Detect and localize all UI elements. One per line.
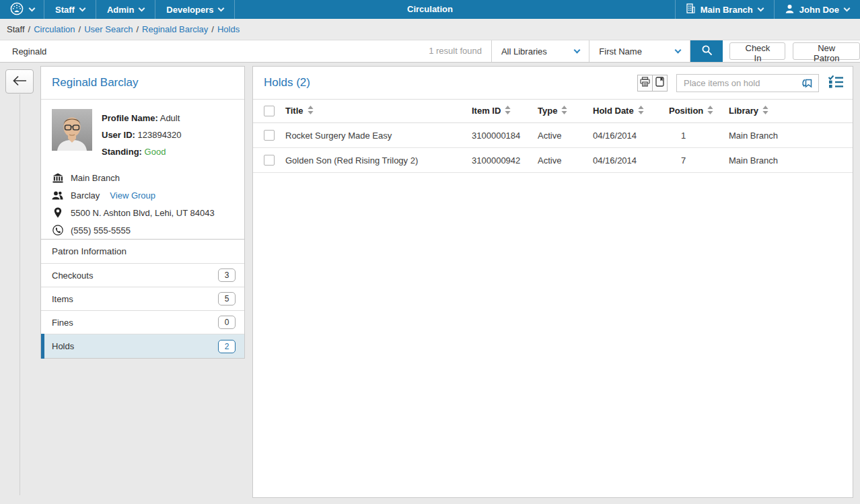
patron-information-panel: Patron Information Checkouts 3 Items 5 F… [40, 239, 245, 359]
column-settings-button[interactable] [828, 75, 844, 91]
sort-icon [561, 106, 567, 116]
place-hold-icon[interactable] [801, 77, 814, 92]
sidebar-item-items[interactable]: Items 5 [41, 287, 244, 311]
column-header-title[interactable]: Title [280, 100, 466, 123]
menu-staff-label: Staff [55, 5, 75, 15]
cell-item-id: 3100000942 [466, 148, 532, 173]
book-report-button[interactable] [652, 75, 668, 92]
breadcrumb-circulation[interactable]: Circulation [34, 24, 75, 34]
printer-icon [640, 77, 650, 89]
search-field-value: First Name [599, 46, 642, 57]
user-menu[interactable]: John Doe [774, 0, 860, 19]
column-header-hold-date[interactable]: Hold Date [587, 100, 664, 123]
patron-search-input[interactable] [0, 40, 491, 62]
breadcrumb-staff: Staff [7, 24, 25, 34]
sidebar-item-checkouts[interactable]: Checkouts 3 [41, 264, 244, 287]
menu-staff[interactable]: Staff [44, 0, 96, 19]
checkouts-count-badge: 3 [218, 268, 236, 282]
column-header-position[interactable]: Position [664, 100, 723, 123]
menu-developers-label: Developers [166, 5, 213, 15]
chevron-down-icon [79, 5, 85, 11]
home-branch-row: Main Branch [52, 169, 234, 186]
sort-icon [762, 106, 768, 116]
chevron-down-icon [844, 5, 851, 11]
column-header-library[interactable]: Library [723, 100, 853, 123]
standing-label: Standing: [102, 147, 142, 157]
table-row[interactable]: Rocket Surgery Made Easy 3100000184 Acti… [253, 123, 853, 148]
breadcrumb-user-search[interactable]: User Search [84, 24, 133, 34]
fines-label: Fines [52, 318, 73, 328]
arrow-left-icon [12, 75, 27, 88]
rail-divider [20, 94, 20, 495]
patron-card-body: Profile Name: Adult User ID: 123894320 S… [41, 100, 244, 248]
home-branch-value: Main Branch [71, 173, 120, 183]
user-id-label: User ID: [102, 130, 135, 140]
sidebar-item-holds[interactable]: Holds 2 [41, 334, 244, 358]
library-filter-value: All Libraries [501, 46, 547, 57]
sort-icon [308, 106, 314, 116]
patron-contact-info: Main Branch Barclay View Group [52, 169, 234, 239]
patron-information-title: Patron Information [41, 240, 244, 264]
fines-count-badge: 0 [218, 316, 236, 329]
print-button[interactable] [637, 75, 653, 92]
profile-name-value: Adult [160, 113, 180, 123]
back-button[interactable] [5, 69, 34, 94]
row-checkbox[interactable] [264, 155, 275, 166]
search-field-select[interactable]: First Name [589, 40, 690, 62]
sort-icon [707, 106, 713, 116]
patron-details: Profile Name: Adult User ID: 123894320 S… [102, 109, 182, 160]
phone-value: (555) 555-5555 [71, 225, 131, 236]
breadcrumb-patron-name[interactable]: Reginald Barclay [142, 24, 208, 34]
cell-hold-date: 04/16/2014 [587, 148, 664, 173]
patron-photo [52, 109, 92, 151]
view-group-link[interactable]: View Group [110, 190, 155, 201]
cell-title: Rocket Surgery Made Easy [280, 123, 466, 148]
chevron-down-icon [574, 46, 581, 53]
branch-selector[interactable]: Main Branch [675, 0, 774, 19]
row-checkbox[interactable] [264, 130, 275, 141]
library-filter-select[interactable]: All Libraries [492, 40, 589, 62]
place-hold-input-wrap [676, 74, 819, 92]
new-patron-button[interactable]: New Patron [793, 42, 860, 60]
menu-admin[interactable]: Admin [96, 0, 155, 19]
sort-icon [505, 106, 511, 116]
column-header-item-id[interactable]: Item ID [466, 100, 532, 123]
items-label: Items [52, 294, 73, 304]
holds-count-badge: 2 [218, 340, 236, 353]
navbar-right-cluster: Main Branch John Doe [675, 0, 860, 19]
checklist-icon [828, 75, 844, 91]
breadcrumb: Staff / Circulation / User Search / Regi… [0, 19, 860, 40]
chevron-down-icon [757, 5, 764, 11]
holds-table: Title Item ID Type Hold Date Position Li… [253, 100, 853, 173]
column-header-type[interactable]: Type [532, 100, 587, 123]
profile-name-row: Profile Name: Adult [102, 110, 182, 127]
menu-developers[interactable]: Developers [155, 0, 235, 19]
check-in-button[interactable]: Check In [729, 42, 785, 60]
place-items-on-hold-input[interactable] [676, 74, 819, 92]
app-window: Circulation Staff Admin [0, 0, 860, 504]
search-button[interactable] [690, 40, 723, 62]
cell-position: 1 [664, 123, 723, 148]
holds-panel-header: Holds (2) [253, 67, 853, 100]
building-icon [686, 3, 695, 15]
address-value: 5500 N. Ashton Blvd, Lehi, UT 84043 [71, 208, 215, 218]
group-row: Barclay View Group [52, 186, 234, 204]
location-pin-icon [52, 207, 63, 218]
standing-value: Good [145, 147, 166, 157]
table-row[interactable]: Golden Son (Red Rising Trilogy 2) 310000… [253, 148, 853, 173]
breadcrumb-holds[interactable]: Holds [217, 24, 240, 34]
person-icon [785, 4, 794, 15]
user-id-row: User ID: 123894320 [102, 127, 182, 143]
menu-admin-label: Admin [107, 5, 134, 15]
sidebar-item-fines[interactable]: Fines 0 [41, 311, 244, 334]
chevron-down-icon [139, 5, 145, 11]
search-icon [701, 44, 713, 58]
standing-row: Standing: Good [102, 143, 182, 160]
select-all-checkbox[interactable] [264, 106, 275, 116]
logo-menu[interactable] [0, 0, 44, 19]
cell-type: Active [532, 123, 587, 148]
patron-summary-card: Reginald Barclay [40, 66, 245, 249]
group-icon [52, 191, 63, 200]
holds-panel: Holds (2) [252, 66, 853, 498]
cell-library: Main Branch [723, 123, 853, 148]
